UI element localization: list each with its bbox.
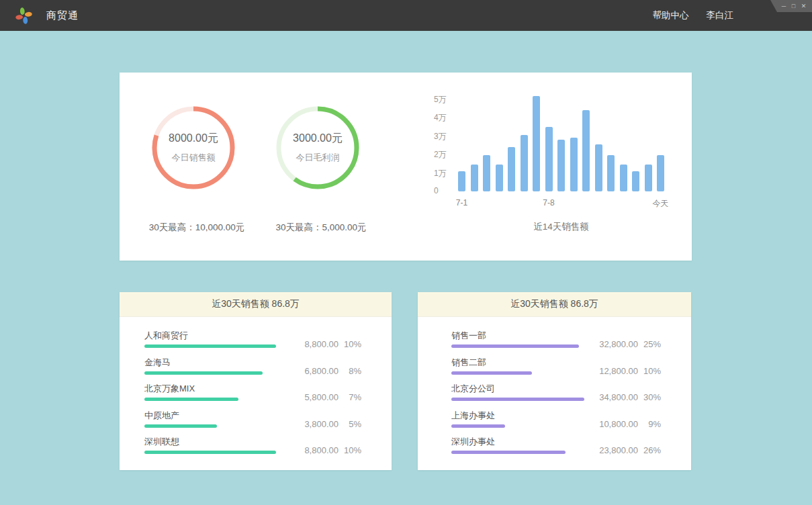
daily-sales-bar bbox=[582, 110, 590, 191]
ranking-row: 深圳联想8,800.0010% bbox=[144, 434, 371, 461]
ranking-item-bar bbox=[451, 371, 532, 375]
x-tick-label: 今天 bbox=[653, 198, 669, 210]
ranking-item-numbers: 12,800.0010% bbox=[581, 366, 661, 376]
minimize-icon[interactable]: ─ bbox=[782, 3, 786, 9]
ranking-item-value: 23,800.00 bbox=[581, 445, 638, 455]
ranking-item-value: 12,800.00 bbox=[581, 366, 638, 376]
bar-chart-x-axis: 7-17-8今天 bbox=[458, 198, 664, 209]
ranking-row: 北京万象MIX5,800.007% bbox=[144, 381, 371, 408]
ranking-item-numbers: 6,800.008% bbox=[281, 366, 361, 376]
ranking-item-numbers: 32,800.0025% bbox=[581, 339, 661, 349]
daily-sales-bar bbox=[508, 147, 515, 191]
ranking-item-numbers: 8,800.0010% bbox=[281, 339, 361, 349]
daily-sales-bar bbox=[545, 127, 553, 191]
overview-card: 8000.00元 今日销售额 30天最高：10,000.00元 3000.00元… bbox=[120, 73, 692, 261]
ranking-item-value: 3,800.00 bbox=[281, 419, 339, 429]
maximize-icon[interactable]: □ bbox=[792, 3, 795, 9]
ranking-row: 上海办事处10,800.009% bbox=[451, 408, 671, 435]
today-sales-donut-chart: 8000.00元 今日销售额 bbox=[150, 104, 237, 191]
ranking-item-numbers: 10,800.009% bbox=[581, 419, 661, 429]
ranking-item-percent: 10% bbox=[638, 366, 661, 376]
department-ranking-list: 销售一部32,800.0025%销售二部12,800.0010%北京分公司34,… bbox=[418, 317, 691, 461]
ranking-item-percent: 9% bbox=[638, 419, 661, 429]
ranking-row: 销售二部12,800.0010% bbox=[451, 355, 671, 382]
user-name-link[interactable]: 李白江 bbox=[707, 9, 734, 21]
ranking-item-bar bbox=[144, 398, 238, 401]
daily-sales-bar bbox=[458, 171, 465, 191]
daily-sales-bar bbox=[595, 144, 602, 191]
ranking-item-numbers: 5,800.007% bbox=[281, 392, 361, 402]
daily-sales-bar bbox=[620, 165, 627, 191]
ranking-row: 金海马6,800.008% bbox=[144, 355, 371, 382]
ranking-item-bar bbox=[144, 345, 276, 348]
ranking-row: 销售一部32,800.0025% bbox=[451, 328, 671, 355]
ranking-item-value: 8,800.00 bbox=[281, 445, 339, 455]
ranking-row: 中原地产3,800.005% bbox=[144, 408, 371, 435]
sales-14day-bar-chart bbox=[458, 93, 664, 191]
ranking-item-numbers: 23,800.0026% bbox=[581, 445, 661, 455]
ranking-item-bar bbox=[144, 371, 263, 375]
ranking-item-percent: 26% bbox=[638, 445, 661, 455]
x-tick-label: 7-1 bbox=[456, 198, 467, 208]
daily-sales-bar bbox=[471, 165, 478, 191]
help-center-link[interactable]: 帮助中心 bbox=[653, 9, 689, 21]
ranking-item-value: 34,800.00 bbox=[581, 392, 638, 402]
ranking-item-value: 32,800.00 bbox=[581, 339, 638, 349]
ranking-row: 深圳办事处23,800.0026% bbox=[451, 434, 671, 461]
window-controls: ─ □ ✕ bbox=[770, 0, 812, 12]
daily-sales-bar bbox=[521, 135, 528, 191]
ranking-item-percent: 7% bbox=[339, 392, 361, 402]
ranking-item-percent: 8% bbox=[339, 366, 361, 376]
ranking-item-percent: 10% bbox=[339, 339, 361, 349]
today-sales-value: 8000.00元 bbox=[169, 132, 218, 146]
x-tick-label: 7-8 bbox=[543, 198, 554, 208]
ranking-item-value: 10,800.00 bbox=[581, 419, 638, 429]
customer-ranking-title: 近30天销售额 86.8万 bbox=[120, 292, 392, 317]
department-sales-ranking-card: 近30天销售额 86.8万 销售一部32,800.0025%销售二部12,800… bbox=[418, 292, 691, 470]
ranking-item-percent: 10% bbox=[339, 445, 361, 455]
y-tick-label: 3万 bbox=[434, 131, 447, 142]
ranking-item-percent: 5% bbox=[339, 419, 361, 429]
app-logo-pinwheel-icon bbox=[15, 7, 33, 25]
ranking-item-value: 5,800.00 bbox=[281, 392, 339, 402]
ranking-item-bar bbox=[451, 451, 566, 454]
titlebar-links: 帮助中心 李白江 bbox=[653, 0, 734, 31]
ranking-item-bar bbox=[144, 451, 276, 454]
y-tick-label: 0 bbox=[434, 186, 439, 195]
ranking-item-numbers: 8,800.0010% bbox=[281, 445, 361, 455]
y-tick-label: 5万 bbox=[434, 94, 447, 105]
today-profit-donut-chart: 3000.00元 今日毛利润 bbox=[274, 104, 361, 191]
daily-sales-bar bbox=[557, 140, 565, 191]
customer-sales-ranking-card: 近30天销售额 86.8万 人和商贸行8,800.0010%金海马6,800.0… bbox=[120, 292, 392, 470]
today-profit-value: 3000.00元 bbox=[293, 132, 343, 146]
daily-sales-bar bbox=[632, 171, 639, 191]
y-tick-label: 2万 bbox=[434, 149, 447, 160]
today-profit-30day-max: 30天最高：5,000.00元 bbox=[247, 222, 395, 234]
ranking-row: 人和商贸行8,800.0010% bbox=[144, 328, 371, 355]
department-ranking-title: 近30天销售额 86.8万 bbox=[418, 292, 691, 317]
ranking-item-value: 6,800.00 bbox=[281, 366, 339, 376]
customer-ranking-list: 人和商贸行8,800.0010%金海马6,800.008%北京万象MIX5,80… bbox=[120, 317, 392, 461]
ranking-item-percent: 30% bbox=[638, 392, 661, 402]
daily-sales-bar bbox=[607, 155, 615, 191]
ranking-item-bar bbox=[144, 424, 217, 428]
daily-sales-bar bbox=[483, 155, 490, 191]
daily-sales-bar bbox=[533, 96, 540, 191]
bar-chart-title: 近14天销售额 bbox=[458, 221, 664, 233]
today-profit-caption: 今日毛利润 bbox=[296, 152, 340, 164]
daily-sales-bar bbox=[645, 165, 652, 191]
ranking-row: 北京分公司34,800.0030% bbox=[451, 381, 671, 408]
y-tick-label: 1万 bbox=[434, 168, 447, 179]
today-sales-caption: 今日销售额 bbox=[172, 152, 216, 164]
close-icon[interactable]: ✕ bbox=[801, 3, 807, 9]
ranking-item-numbers: 34,800.0030% bbox=[581, 392, 661, 402]
ranking-item-bar bbox=[451, 424, 505, 428]
daily-sales-bar bbox=[570, 138, 578, 191]
ranking-item-percent: 25% bbox=[638, 339, 661, 349]
ranking-item-bar bbox=[451, 398, 584, 401]
app-title: 商贸通 bbox=[46, 9, 79, 22]
ranking-item-value: 8,800.00 bbox=[281, 339, 339, 349]
ranking-item-numbers: 3,800.005% bbox=[281, 419, 361, 429]
ranking-item-bar bbox=[451, 345, 579, 348]
y-tick-label: 4万 bbox=[434, 112, 447, 124]
